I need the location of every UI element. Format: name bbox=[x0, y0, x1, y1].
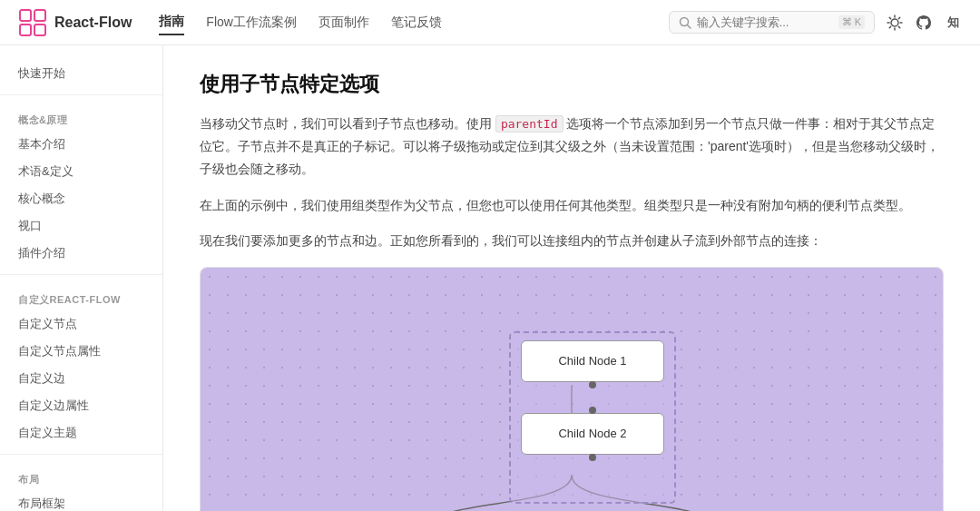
sidebar-item-plugins[interactable]: 插件介绍 bbox=[0, 240, 162, 267]
search-icon bbox=[679, 16, 691, 29]
search-input[interactable] bbox=[697, 15, 833, 29]
logo[interactable]: React-Flow bbox=[18, 8, 132, 37]
svg-line-5 bbox=[687, 25, 691, 28]
sidebar-item-viewport[interactable]: 视口 bbox=[0, 212, 162, 240]
nav-link-flow[interactable]: Flow工作流案例 bbox=[206, 11, 297, 34]
sidebar-section-custom: 自定义REACT-FLOW bbox=[0, 282, 162, 310]
nav-link-guide[interactable]: 指南 bbox=[159, 10, 184, 35]
child-node-2[interactable]: Child Node 2 bbox=[521, 413, 664, 455]
sidebar-item-layout-framework[interactable]: 布局框架 bbox=[0, 490, 162, 511]
sidebar-item-core[interactable]: 核心概念 bbox=[0, 185, 162, 212]
child-node-1-bottom-handle[interactable] bbox=[589, 381, 596, 388]
sidebar-item-custom-node-props[interactable]: 自定义节点属性 bbox=[0, 338, 162, 365]
child-node-2-top-handle[interactable] bbox=[589, 407, 596, 414]
svg-rect-3 bbox=[34, 25, 45, 35]
child-node-1-label: Child Node 1 bbox=[558, 354, 626, 368]
svg-line-11 bbox=[889, 17, 890, 18]
top-nav: React-Flow 指南 Flow工作流案例 页面制作 笔记反馈 ⌘ K bbox=[0, 0, 980, 45]
sidebar-item-custom-node[interactable]: 自定义节点 bbox=[0, 310, 162, 338]
logo-text: React-Flow bbox=[54, 15, 132, 31]
diagram-wrapper: Child Node 1 Child Node 2 Node B bbox=[200, 267, 944, 511]
sidebar-item-terms[interactable]: 术语&定义 bbox=[0, 158, 162, 185]
logo-icon bbox=[18, 8, 47, 37]
svg-rect-1 bbox=[34, 10, 45, 21]
svg-point-6 bbox=[891, 19, 898, 26]
para-2: 在上面的示例中，我们使用组类型作为父节点，但您也可以使用任何其他类型。组类型只是… bbox=[200, 194, 944, 217]
svg-rect-0 bbox=[20, 10, 31, 21]
sidebar: 快速开始 概念&原理 基本介绍 术语&定义 核心概念 视口 插件介绍 自定义RE… bbox=[0, 45, 163, 511]
child-node-2-label: Child Node 2 bbox=[558, 427, 626, 440]
svg-rect-2 bbox=[20, 25, 31, 35]
sidebar-divider-1 bbox=[0, 94, 162, 95]
sidebar-item-custom-edge-props[interactable]: 自定义边属性 bbox=[0, 392, 162, 419]
child-node-1[interactable]: Child Node 1 bbox=[521, 340, 664, 382]
svg-line-12 bbox=[898, 26, 899, 27]
nav-link-notes[interactable]: 笔记反馈 bbox=[391, 11, 442, 34]
sidebar-section-layout: 布局 bbox=[0, 462, 162, 490]
child-node-2-bottom-handle[interactable] bbox=[589, 454, 596, 461]
sidebar-item-custom-edge[interactable]: 自定义边 bbox=[0, 365, 162, 392]
sidebar-item-basic[interactable]: 基本介绍 bbox=[0, 131, 162, 158]
para-3: 现在我们要添加更多的节点和边。正如您所看到的，我们可以连接组内的节点并创建从子流… bbox=[200, 230, 944, 252]
nav-right: ⌘ K 知 bbox=[669, 11, 962, 34]
diagram-canvas[interactable]: Child Node 1 Child Node 2 Node B bbox=[201, 268, 943, 511]
inline-code-parentid: parentId bbox=[495, 115, 564, 133]
page-title: 使用子节点特定选项 bbox=[200, 71, 944, 98]
know-label[interactable]: 知 bbox=[944, 14, 962, 32]
sidebar-divider-3 bbox=[0, 454, 162, 455]
para-1: 当移动父节点时，我们可以看到子节点也移动。使用 parentId 选项将一个节点… bbox=[200, 113, 944, 182]
svg-line-13 bbox=[898, 17, 899, 18]
nav-links: 指南 Flow工作流案例 页面制作 笔记反馈 bbox=[159, 10, 442, 35]
svg-line-14 bbox=[889, 26, 890, 27]
sidebar-item-quickstart[interactable]: 快速开始 bbox=[0, 60, 162, 87]
theme-toggle-icon[interactable] bbox=[886, 14, 904, 32]
sidebar-item-custom-theme[interactable]: 自定义主题 bbox=[0, 419, 162, 447]
search-box[interactable]: ⌘ K bbox=[669, 11, 875, 34]
github-icon[interactable] bbox=[915, 14, 933, 32]
search-shortcut: ⌘ K bbox=[838, 15, 865, 29]
nav-link-page[interactable]: 页面制作 bbox=[318, 11, 369, 34]
sidebar-divider-2 bbox=[0, 274, 162, 275]
main-content: 使用子节点特定选项 当移动父节点时，我们可以看到子节点也移动。使用 parent… bbox=[163, 45, 980, 511]
sidebar-section-concepts: 概念&原理 bbox=[0, 103, 162, 131]
